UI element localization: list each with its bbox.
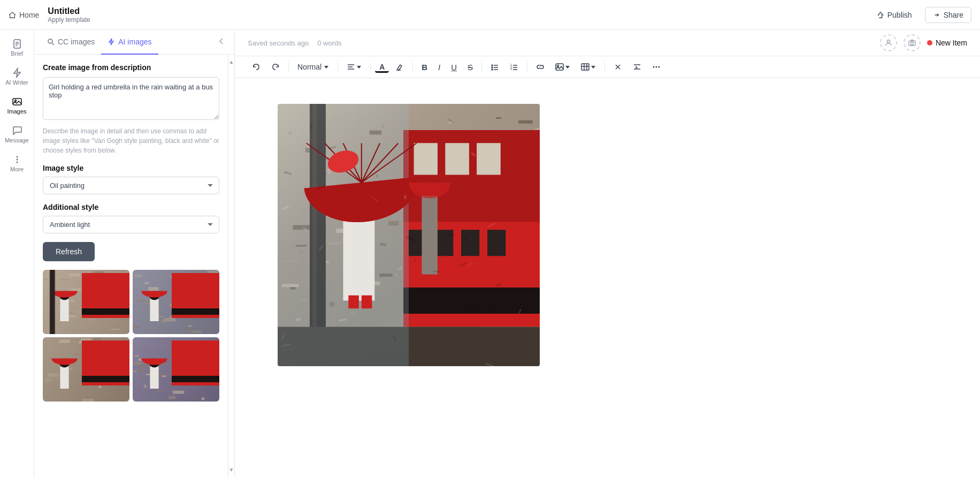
home-button[interactable]: Home — [9, 11, 39, 19]
publish-icon — [877, 11, 884, 19]
format-toolbar: Normal A — [235, 56, 980, 78]
table-button[interactable] — [577, 60, 600, 73]
sidebar-label-images: Images — [7, 108, 26, 115]
align-button[interactable] — [342, 60, 366, 73]
divider-7 — [604, 62, 605, 72]
scroll-down-arrow[interactable]: ▼ — [227, 465, 234, 475]
description-textarea[interactable]: Girl holding a red umbrella in the rain … — [43, 77, 219, 120]
tab-ai-images[interactable]: AI images — [101, 30, 158, 55]
image-style-select[interactable]: Oil painting Watercolor Sketch Digital a… — [43, 177, 219, 194]
apply-template-link[interactable]: Apply template — [48, 16, 90, 24]
divider-3 — [370, 62, 371, 72]
doc-info: Untitled Apply template — [48, 6, 90, 24]
message-icon — [12, 125, 22, 136]
search-icon — [47, 38, 55, 46]
chevron-left-icon — [217, 37, 226, 46]
additional-style-select[interactable]: Ambient light Natural light Studio light… — [43, 216, 219, 233]
strikethrough-button[interactable]: S — [463, 61, 477, 73]
bold-button[interactable]: B — [417, 61, 432, 73]
svg-rect-5 — [13, 99, 21, 105]
lightning-icon — [12, 67, 22, 78]
undo-button[interactable] — [248, 60, 265, 73]
sidebar-item-ai-writer[interactable]: AI Writer — [2, 63, 32, 90]
camera-button[interactable] — [904, 34, 921, 51]
publish-button[interactable]: Publish — [870, 7, 918, 22]
chevron-down-table-icon — [591, 64, 596, 70]
new-item-dot — [927, 40, 932, 46]
bullet-list-button[interactable] — [486, 60, 503, 73]
style-dropdown[interactable]: Normal — [293, 60, 333, 73]
sidebar: Brief AI Writer Images Message — [0, 30, 34, 477]
undo-icon — [252, 63, 261, 71]
thumbnail-3[interactable] — [43, 337, 129, 402]
style-value: Normal — [297, 63, 321, 71]
thumbnail-2[interactable] — [133, 270, 219, 334]
thumbnail-4[interactable] — [133, 337, 219, 402]
svg-marker-36 — [565, 66, 570, 69]
highlight-button[interactable] — [391, 60, 408, 73]
svg-point-10 — [48, 39, 52, 43]
bullet-list-icon — [491, 63, 499, 71]
panel-content-scroll: Create image from description Girl holdi… — [34, 55, 228, 477]
lightning-small-icon — [108, 38, 115, 46]
divider-5 — [481, 62, 482, 72]
more-dots-icon — [12, 154, 22, 165]
chevron-down-image-icon — [565, 64, 570, 70]
tab-ai-images-label: AI images — [118, 37, 151, 46]
svg-point-15 — [910, 42, 913, 44]
image-insert-button[interactable] — [551, 60, 575, 73]
publish-label: Publish — [887, 11, 912, 19]
link-button[interactable] — [532, 60, 549, 73]
indent-button[interactable] — [629, 60, 646, 73]
sidebar-label-ai-writer: AI Writer — [5, 79, 28, 86]
chevron-down-small-icon — [356, 64, 362, 70]
new-item-badge[interactable]: New Item — [927, 39, 967, 47]
share-icon — [933, 11, 940, 19]
topbar-left: Home Untitled Apply template — [9, 6, 90, 24]
additional-style-label: Additional style — [43, 203, 219, 211]
tab-cc-images[interactable]: CC images — [41, 30, 101, 55]
underline-button[interactable]: U — [447, 61, 461, 73]
svg-marker-20 — [357, 66, 361, 69]
file-icon — [12, 39, 22, 49]
camera-icon — [908, 39, 916, 47]
refresh-button[interactable]: Refresh — [43, 242, 95, 261]
svg-rect-34 — [556, 64, 563, 70]
more-options-button[interactable] — [648, 60, 665, 73]
image-icon — [12, 96, 22, 107]
clear-format-icon — [614, 63, 622, 71]
editor-actions: New Item — [880, 34, 967, 51]
numbered-list-icon: 1 2 3 — [510, 63, 518, 71]
scroll-up-arrow[interactable]: ▲ — [227, 57, 234, 67]
svg-point-9 — [16, 162, 18, 163]
editor-area: Saved seconds ago 0 words — [235, 30, 980, 477]
italic-button[interactable]: I — [434, 61, 445, 73]
share-button[interactable]: Share — [925, 7, 971, 23]
svg-point-46 — [653, 66, 655, 68]
svg-point-8 — [16, 159, 18, 161]
italic-label: I — [438, 63, 440, 71]
svg-point-47 — [656, 66, 657, 68]
sidebar-item-more[interactable]: More — [2, 150, 32, 177]
panel-body: Create image from description Girl holdi… — [34, 55, 234, 477]
svg-marker-12 — [109, 39, 113, 45]
numbered-list-button[interactable]: 1 2 3 — [506, 60, 523, 73]
sidebar-item-images[interactable]: Images — [2, 92, 32, 119]
editor-canvas[interactable] — [235, 78, 980, 477]
collapse-panel-button[interactable] — [215, 35, 228, 50]
editor-topbar: Saved seconds ago 0 words — [235, 30, 980, 56]
clear-format-button[interactable] — [609, 60, 626, 73]
thumbnail-1[interactable] — [43, 270, 129, 334]
sidebar-item-message[interactable]: Message — [2, 121, 32, 148]
tab-cc-images-label: CC images — [58, 37, 95, 46]
font-color-label: A — [379, 63, 385, 71]
table-icon — [581, 63, 589, 71]
main-image-container — [278, 104, 540, 366]
divider-6 — [527, 62, 527, 72]
chevron-down-icon — [324, 64, 329, 70]
font-color-button[interactable]: A — [375, 61, 389, 73]
main-image-canvas — [278, 104, 540, 366]
collaborator-button[interactable] — [880, 34, 897, 51]
sidebar-item-brief[interactable]: Brief — [2, 34, 32, 61]
redo-button[interactable] — [267, 60, 284, 73]
